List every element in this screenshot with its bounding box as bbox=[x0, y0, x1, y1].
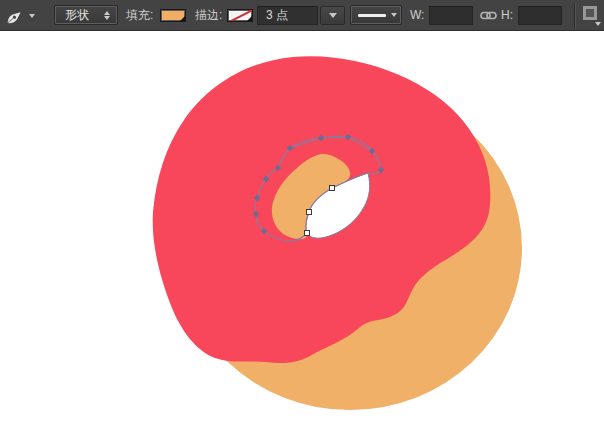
options-bar: 形状 填充: 描边: 3 点 W: H: bbox=[0, 0, 604, 31]
link-dimensions-icon[interactable] bbox=[480, 9, 497, 22]
stroke-width-caret-icon bbox=[329, 13, 337, 18]
stroke-swatch-caret-icon bbox=[247, 16, 252, 21]
height-label: H: bbox=[501, 9, 513, 22]
spinner-arrows-icon bbox=[104, 11, 110, 20]
document-canvas[interactable] bbox=[0, 31, 604, 440]
width-input[interactable] bbox=[429, 6, 473, 25]
anchor-square[interactable] bbox=[305, 231, 310, 236]
pen-tool-button[interactable] bbox=[3, 4, 45, 27]
shape-mode-label: 形状 bbox=[55, 7, 104, 24]
anchor-square[interactable] bbox=[307, 210, 312, 215]
stroke-label: 描边: bbox=[195, 9, 222, 22]
pen-icon bbox=[3, 4, 29, 28]
stroke-width-dropdown-button[interactable] bbox=[320, 6, 345, 25]
pen-tool-caret-icon bbox=[29, 14, 35, 18]
anchor-square[interactable] bbox=[330, 186, 335, 191]
width-label: W: bbox=[410, 9, 424, 22]
path-operations-caret-icon bbox=[595, 22, 601, 26]
path-operations-button[interactable] bbox=[581, 6, 601, 26]
toolbar-separator bbox=[574, 3, 575, 28]
solid-line-icon bbox=[358, 14, 386, 17]
stroke-swatch[interactable] bbox=[227, 9, 253, 22]
fill-swatch[interactable] bbox=[160, 9, 186, 22]
fill-label: 填充: bbox=[126, 9, 153, 22]
height-input[interactable] bbox=[518, 6, 562, 25]
donut-artwork bbox=[0, 31, 604, 440]
path-operations-icon bbox=[583, 6, 597, 20]
stroke-style-dropdown[interactable] bbox=[350, 5, 402, 25]
shape-mode-dropdown[interactable]: 形状 bbox=[54, 5, 118, 25]
stroke-width-field[interactable]: 3 点 bbox=[257, 6, 318, 25]
fill-swatch-caret-icon bbox=[180, 16, 185, 21]
stroke-style-caret-icon bbox=[391, 13, 397, 17]
